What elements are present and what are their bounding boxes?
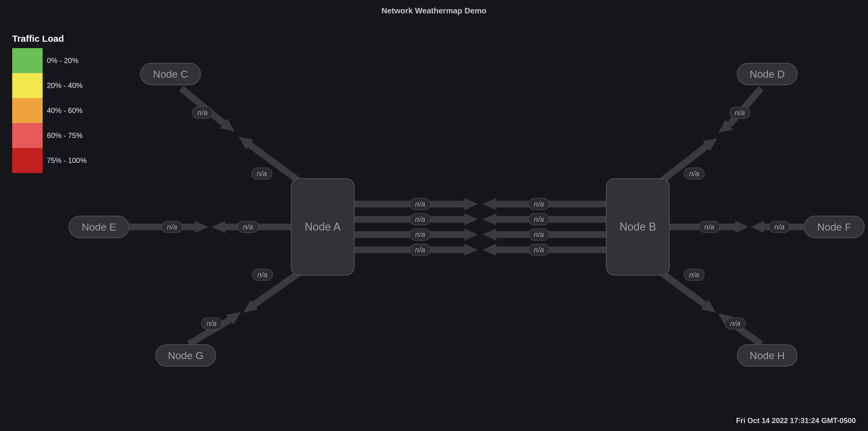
link-a-c-a-value: n/a [251,167,272,180]
link-a-b-3-a-value: n/a [409,228,431,241]
node-a-label: Node A [305,220,341,233]
link-a-b-2-b-value: n/a [528,213,549,225]
link-a-b-2[interactable] [355,213,606,225]
link-a-b-3-b-value: n/a [528,228,549,241]
link-b-d[interactable] [659,88,761,183]
node-h-label: Node H [750,350,784,362]
svg-marker-1 [464,198,478,210]
link-a-b-1-b-value: n/a [528,198,549,210]
node-e[interactable]: Node E [68,216,129,238]
node-a[interactable]: Node A [291,178,355,276]
link-a-g-a-value: n/a [252,269,273,281]
svg-marker-13 [464,244,478,256]
link-a-g-g-value: n/a [201,317,222,330]
node-d[interactable]: Node D [737,63,798,85]
svg-marker-3 [483,198,496,210]
link-a-c[interactable] [181,88,302,183]
node-c[interactable]: Node C [140,63,201,85]
link-a-b-4-a-value: n/a [409,244,431,256]
svg-marker-11 [483,228,496,241]
node-g-label: Node G [168,350,204,362]
node-c-label: Node C [153,68,188,80]
link-b-h-h-value: n/a [724,317,746,330]
svg-marker-9 [464,228,478,241]
link-a-e-e-value: n/a [161,221,182,233]
svg-marker-19 [195,221,209,233]
node-d-label: Node D [750,68,784,80]
svg-marker-7 [483,213,496,225]
node-e-label: Node E [82,221,116,233]
link-b-f-f-value: n/a [769,221,790,233]
link-b-d-b-value: n/a [683,167,705,180]
link-b-d-d-value: n/a [729,106,750,119]
node-h[interactable]: Node H [737,344,798,367]
svg-marker-15 [483,244,496,256]
link-a-b-3[interactable] [355,228,606,241]
link-b-h-b-value: n/a [683,269,705,281]
node-b[interactable]: Node B [606,178,670,276]
link-a-b-1[interactable] [355,198,606,210]
link-a-e-a-value: n/a [238,221,258,233]
node-g[interactable]: Node G [155,344,216,367]
weathermap-canvas: Network Weathermap Demo Traffic Load 0% … [0,0,868,431]
svg-marker-21 [735,221,749,233]
link-a-c-c-value: n/a [192,106,213,119]
node-f-label: Node F [817,221,851,233]
svg-marker-23 [750,221,764,233]
link-b-f-b-value: n/a [699,221,720,233]
svg-marker-5 [464,213,478,225]
link-b-h[interactable] [659,271,761,344]
node-b-label: Node B [620,220,656,233]
node-f[interactable]: Node F [804,216,865,238]
link-a-b-4[interactable] [355,244,606,256]
link-a-b-1-a-value: n/a [409,198,431,210]
link-a-b-4-b-value: n/a [528,244,549,256]
link-layer [0,0,868,431]
svg-marker-17 [212,221,225,233]
link-a-b-2-a-value: n/a [409,213,431,225]
link-a-e[interactable] [129,221,291,233]
link-a-g[interactable] [189,271,302,344]
